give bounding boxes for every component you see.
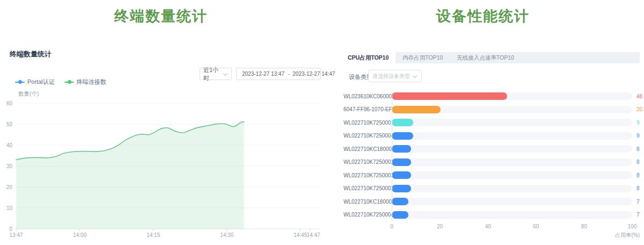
time-range-select-value: 近1小时 <box>203 66 223 82</box>
chevron-down-icon <box>413 74 418 78</box>
svg-text:14:30: 14:30 <box>220 232 233 238</box>
device-type-select[interactable]: 请选择设备类型 <box>368 70 422 82</box>
x-tick-label: 0 <box>390 224 393 229</box>
device-name: WL023610KC06000043 <box>343 93 392 99</box>
bar-row-9: WL022710K7250004707 <box>343 208 640 222</box>
device-name: 6047-FF96-1070-EF0A <box>343 106 392 112</box>
bar-value: 8 <box>636 185 640 191</box>
bar-fill <box>392 211 408 219</box>
bar-row-0: WL023610KC0600004348 <box>343 90 640 103</box>
svg-text:60: 60 <box>6 100 13 106</box>
bar-fill <box>392 145 411 153</box>
legend-item-0[interactable]: Portal认证 <box>15 78 55 86</box>
device-name: WL022710K725000272 <box>343 159 392 165</box>
bar-value: 7 <box>636 199 640 205</box>
bar-chart-axis-line <box>392 91 392 222</box>
bar-fill <box>392 132 413 140</box>
bar-value: 7 <box>636 212 640 218</box>
bar-track <box>392 119 632 126</box>
legend-label: Portal认证 <box>27 78 55 86</box>
svg-text:20: 20 <box>6 184 13 190</box>
bar-row-6: WL022710K7250003078 <box>343 169 640 182</box>
legend-label: 终端连接数 <box>77 78 106 86</box>
device-name: WL022710KC18000372 <box>343 199 392 205</box>
chevron-down-icon <box>223 71 228 76</box>
terminal-count-chart: 010203040506013:4714:0014:1514:3014:4514… <box>0 99 322 245</box>
bar-value: 9 <box>636 133 640 139</box>
x-tick-label: 60 <box>533 224 539 229</box>
device-name: WL022710K725000369 <box>343 185 392 191</box>
bar-fill <box>392 106 441 113</box>
bar-row-1: 6047-FF96-1070-EF0A20.3 <box>343 103 640 117</box>
svg-text:50: 50 <box>6 121 13 127</box>
time-range-select[interactable]: 近1小时 <box>200 68 232 80</box>
performance-tabbar: CPU占用TOP10内存占用TOP10无线接入点速率TOP10 <box>341 52 640 63</box>
svg-text:14:47: 14:47 <box>306 232 320 238</box>
bar-track <box>392 185 632 192</box>
bar-track <box>392 171 632 179</box>
x-tick-label: 40 <box>485 224 491 229</box>
bar-row-5: WL022710K7250002728 <box>343 156 640 169</box>
device-name: WL022710KC18000280 <box>343 146 392 152</box>
right-panel-title: 设备性能统计 <box>322 6 644 26</box>
bar-fill <box>392 92 507 100</box>
line-dot-icon <box>15 80 25 84</box>
bar-row-2: WL022710K7250001029 <box>343 116 640 129</box>
bar-track <box>392 158 632 166</box>
bar-value: 48 <box>636 93 642 99</box>
bar-track <box>392 106 632 113</box>
svg-text:13:47: 13:47 <box>9 232 23 238</box>
bar-fill <box>392 185 411 192</box>
device-name: WL022710K725000307 <box>343 172 392 178</box>
bar-fill <box>392 171 411 179</box>
x-tick-label: 80 <box>581 224 587 229</box>
bar-track <box>392 132 632 140</box>
line-dot-icon <box>64 80 74 84</box>
left-panel-title: 终端数量统计 <box>0 6 322 26</box>
bar-fill <box>392 158 411 166</box>
svg-text:0: 0 <box>9 226 12 232</box>
bar-fill <box>392 119 413 126</box>
device-type-placeholder: 请选择设备类型 <box>372 73 410 80</box>
bar-value: 8 <box>636 159 640 165</box>
legend-item-1[interactable]: 终端连接数 <box>64 78 106 86</box>
svg-text:14:00: 14:00 <box>73 232 86 238</box>
bar-track <box>392 145 632 153</box>
svg-text:14:45: 14:45 <box>294 232 307 238</box>
tab-0[interactable]: CPU占用TOP10 <box>341 52 396 63</box>
bar-value: 9 <box>636 120 640 126</box>
date-range-picker[interactable]: 2023-12-27 13:47 - 2023-12-27 14:47 <box>236 68 321 80</box>
date-range-end: 2023-12-27 14:47 <box>292 71 335 77</box>
bar-row-4: WL022710KC180002808 <box>343 142 640 156</box>
date-range-separator: - <box>287 71 290 77</box>
bar-track <box>392 211 632 219</box>
bar-track <box>392 198 632 205</box>
cpu-top10-bar-chart: WL023610KC06000043486047-FF96-1070-EF0A2… <box>343 90 640 221</box>
bar-value: 8 <box>636 172 640 178</box>
x-tick-label: 100 <box>628 224 637 229</box>
bar-row-3: WL022710K7250004099 <box>343 129 640 143</box>
device-name: WL022710K725000470 <box>343 212 392 218</box>
bar-chart-x-axis-title: 占用率(%) <box>558 232 640 239</box>
bar-fill <box>392 198 408 205</box>
svg-text:40: 40 <box>6 142 13 148</box>
svg-text:30: 30 <box>6 163 13 169</box>
svg-text:14:15: 14:15 <box>147 232 160 238</box>
device-name: WL022710K725000102 <box>343 120 392 126</box>
terminal-count-section-title: 终端数量统计 <box>10 49 52 59</box>
device-name: WL022710K725000409 <box>343 133 392 139</box>
bar-row-7: WL022710K7250003698 <box>343 182 640 196</box>
line-chart-legend: Portal认证 终端连接数 <box>15 78 106 86</box>
dashboard: 终端数量统计 终端数量统计 近1小时 2023-12-27 13:47 - 20… <box>0 0 644 245</box>
date-range-start: 2023-12-27 13:47 <box>242 71 284 77</box>
tab-1[interactable]: 内存占用TOP10 <box>396 52 450 63</box>
bar-row-8: WL022710KC180003727 <box>343 195 640 208</box>
bar-value: 20.3 <box>636 106 644 112</box>
y-axis-title: 数量(个) <box>18 90 39 98</box>
x-tick-label: 20 <box>437 224 443 229</box>
tab-2[interactable]: 无线接入点速率TOP10 <box>450 52 521 63</box>
bar-value: 8 <box>636 146 640 152</box>
svg-text:10: 10 <box>6 205 13 211</box>
bar-track <box>392 92 632 100</box>
